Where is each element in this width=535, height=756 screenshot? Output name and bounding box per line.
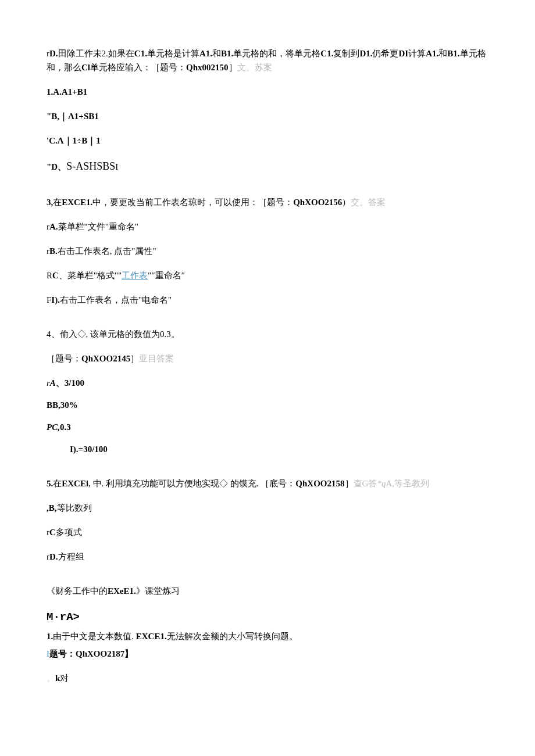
q4-stem: 4、偷入◇, 该单元格的数值为0.3。 [47, 327, 494, 341]
text: PC, [47, 422, 60, 432]
text: 多项式 [56, 528, 82, 537]
q2-option-a: 1.A.A1+B1 [47, 85, 494, 99]
text: DI [398, 49, 408, 58]
text: 单元格应输入：［题号： [90, 63, 186, 72]
answer-hint: 文。苏案 [237, 63, 272, 72]
text: S-ASHSBS [66, 160, 115, 172]
text: C1. [320, 49, 333, 58]
q2-option-b: "B,｜Λ1+SB1 [47, 109, 494, 123]
text: EXCE1. [136, 632, 167, 641]
text: ).=30/100 [73, 445, 108, 454]
text: 、3/100 [56, 378, 84, 388]
text: B. [49, 246, 58, 256]
text: 由于中文是文本数值. [53, 632, 136, 641]
text: QhXOO2187 [76, 649, 124, 658]
text: 复制到 [333, 49, 359, 58]
text: D. [49, 49, 58, 58]
q3-stem: 3,在EXCE1.中，要更改当前工作表名琼时，可以使用：［题号：QhXOO215… [47, 195, 494, 209]
text: I). [51, 295, 60, 304]
text: C [49, 528, 56, 537]
text: 》课堂炼习 [136, 586, 180, 596]
text: EXCE1. [62, 198, 92, 207]
text: C [52, 271, 59, 280]
text: 中，要更改当前工作表名琼时，可以使用：［题号： [92, 198, 293, 207]
text: B, [49, 503, 57, 513]
q3-option-a: rA.菜单栏"文件"重命名" [47, 220, 494, 234]
text: A. [49, 222, 58, 231]
text: 田除工作未2.如果在 [58, 49, 134, 58]
text: 在 [53, 479, 62, 488]
text: 3, [47, 198, 53, 207]
text: Cl [81, 63, 90, 72]
text: QhXOO2158 [295, 479, 344, 488]
text: ） [342, 198, 351, 207]
text: B1. [221, 49, 233, 58]
section-header: M·rA> [47, 608, 494, 626]
q5-stem: 5.在EXCEi, 中. 利用填充功能可以方便地实现◇ 的馍充. ［底号：QhX… [47, 476, 494, 490]
answer-hint: 交。答案 [351, 198, 386, 207]
text: 】 [124, 649, 133, 658]
text: 仍希更 [372, 49, 398, 58]
q5-option-d: rD.方程组 [47, 550, 494, 564]
q3-option-c: RC、菜单栏"格式""工作表″″重命名″ [47, 268, 494, 282]
text: 0.3 [60, 422, 71, 432]
text: 和 [438, 49, 447, 58]
answer-hint: 亚目答案 [139, 354, 174, 363]
q2-option-d: "D、S-ASHSBSI [47, 158, 494, 175]
q1b-qnum: I题号：QhXOO2187】 [47, 647, 494, 661]
text: 右击工作表名，点击"电命名" [60, 295, 172, 304]
q2-stem: rD.田除工作未2.如果在C1.单元格是计算A1.和B1.单元格的和，将单元格C… [47, 46, 494, 74]
text: ″″重命名″ [148, 271, 185, 280]
text: B1. [447, 49, 459, 58]
text: , 中. 利用填充功能可以方便地实现◇ 的馍充. ［底号： [88, 479, 295, 488]
text: A1. [199, 49, 212, 58]
text: 在 [53, 198, 62, 207]
text: 《财务工作中的 [47, 586, 108, 596]
text: ［题号： [47, 354, 81, 363]
text: "D、 [47, 162, 66, 171]
text: 1. [47, 632, 53, 641]
q4-option-b: BB,30% [47, 398, 494, 412]
text: 菜单栏"文件"重命名" [58, 222, 138, 231]
text: 和 [212, 49, 221, 58]
text: QhXOO2156 [293, 198, 342, 207]
q1b-option: 。k对 [47, 671, 494, 685]
text: ］ [229, 63, 237, 72]
text: I [115, 162, 118, 171]
q2-option-c: 'C.Λ｜1÷B｜1 [47, 134, 494, 148]
text: EXeE1. [108, 586, 136, 596]
text: A [50, 378, 56, 388]
text: C1. [134, 49, 147, 58]
q1b-stem: 1.由于中文是文本数值. EXCE1.无法解次金额的大小写转换问题。 [47, 629, 494, 643]
q5-option-b: ,B,等比数列 [47, 501, 494, 515]
text: R [47, 271, 52, 280]
text: 无法解次金额的大小写转换问题。 [167, 632, 298, 641]
text: *q [377, 479, 386, 488]
q4-option-d: I).=30/100 [70, 442, 494, 456]
text: D. [49, 552, 58, 561]
text: QhXOO2145 [81, 354, 130, 363]
text: 。 [47, 673, 55, 683]
text: 5. [47, 479, 53, 488]
text: 计算 [408, 49, 426, 58]
text: A1. [426, 49, 438, 58]
q3-option-b: rB.右击工作表名, 点击"属性" [47, 244, 494, 258]
text: ］ [130, 354, 139, 363]
text: 单元格是计算 [147, 49, 199, 58]
text: 题号： [49, 649, 76, 658]
text: Qhx002150 [186, 63, 229, 72]
text: 、菜单栏"格式"" [59, 271, 122, 280]
link-text[interactable]: 工作表 [122, 271, 148, 280]
q5-option-c: rC多项式 [47, 525, 494, 539]
text: ］ [345, 479, 354, 488]
q4-option-c: PC,0.3 [47, 420, 494, 434]
text: 右击工作表名, 点击"属性" [58, 246, 156, 256]
text: 对 [60, 673, 69, 683]
text: 方程组 [58, 552, 84, 561]
q4-option-a: rA、3/100 [47, 376, 494, 390]
text: 单元格的和，将单元格 [233, 49, 320, 58]
text: A,等圣教列 [386, 479, 429, 488]
text: D1. [359, 49, 372, 58]
q3-option-d: FI).右击工作表名，点击"电命名" [47, 293, 494, 307]
q4-qnum: ［题号：QhXOO2145］亚目答案 [47, 352, 494, 366]
